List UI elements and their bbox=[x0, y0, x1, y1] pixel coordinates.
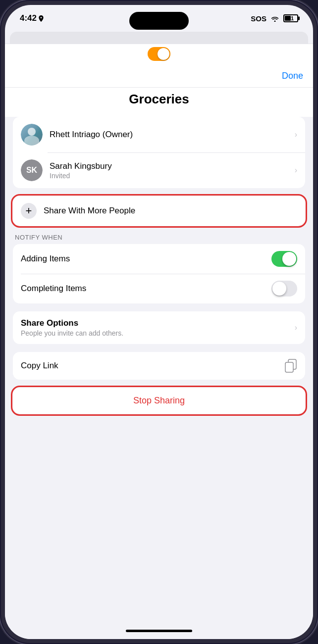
share-more-row[interactable]: + Share With More People bbox=[13, 196, 305, 226]
sarah-info: Sarah Kingsbury Invited bbox=[50, 161, 288, 180]
orange-toggle-peek bbox=[148, 47, 170, 61]
title-area: Groceries bbox=[5, 88, 313, 117]
sheet-container: Done Groceries Rhett Intriago (Owner) bbox=[5, 32, 313, 622]
adding-items-label: Adding Items bbox=[21, 254, 70, 264]
share-options-chevron: › bbox=[295, 323, 297, 332]
phone-frame: 4:42 SOS 51 bbox=[0, 0, 318, 644]
add-circle-icon: + bbox=[21, 203, 37, 219]
adding-items-thumb bbox=[282, 252, 296, 266]
sarah-status: Invited bbox=[50, 172, 288, 180]
svg-rect-1 bbox=[285, 362, 293, 372]
status-bar: 4:42 SOS 51 bbox=[5, 5, 313, 32]
sarah-name: Sarah Kingsbury bbox=[50, 161, 288, 171]
share-options-subtitle: People you invite can add others. bbox=[21, 329, 295, 337]
owner-avatar bbox=[21, 124, 43, 146]
status-right: SOS 51 bbox=[251, 14, 298, 23]
screen: 4:42 SOS 51 bbox=[5, 5, 313, 639]
wifi-icon bbox=[270, 15, 279, 22]
location-icon bbox=[39, 15, 44, 22]
sos-indicator: SOS bbox=[251, 14, 266, 23]
battery-indicator: 51 bbox=[283, 14, 298, 22]
home-bar bbox=[126, 630, 192, 632]
stop-sharing-section: Stop Sharing bbox=[13, 388, 305, 414]
participants-card: Rhett Intriago (Owner) › SK Sarah Kingsb… bbox=[13, 117, 305, 188]
share-more-text: Share With More People bbox=[44, 206, 135, 216]
completing-items-label: Completing Items bbox=[21, 284, 86, 294]
sheet-title: Groceries bbox=[15, 92, 303, 107]
sarah-avatar-initials: SK bbox=[21, 159, 43, 181]
adding-items-row: Adding Items bbox=[13, 244, 305, 274]
copy-link-icon bbox=[284, 359, 297, 373]
share-options-text: Share Options People you invite can add … bbox=[21, 318, 295, 337]
copy-link-text: Copy Link bbox=[21, 361, 58, 371]
participant-row-owner[interactable]: Rhett Intriago (Owner) › bbox=[13, 117, 305, 152]
notify-section-label: NOTIFY WHEN bbox=[13, 234, 305, 244]
owner-name: Rhett Intriago (Owner) bbox=[50, 130, 288, 140]
sarah-chevron: › bbox=[295, 166, 297, 175]
share-more-section: + Share With More People bbox=[13, 196, 305, 226]
owner-info: Rhett Intriago (Owner) bbox=[50, 130, 288, 140]
stop-sharing-button[interactable]: Stop Sharing bbox=[13, 388, 305, 414]
adding-items-toggle[interactable] bbox=[271, 251, 297, 267]
completing-items-row: Completing Items bbox=[13, 274, 305, 303]
share-options-section: Share Options People you invite can add … bbox=[13, 311, 305, 344]
participant-row-sarah[interactable]: SK Sarah Kingsbury Invited › bbox=[13, 152, 305, 188]
sarah-avatar: SK bbox=[21, 159, 43, 181]
owner-avatar-photo bbox=[21, 124, 43, 146]
copy-link-card: Copy Link bbox=[13, 352, 305, 380]
share-options-card: Share Options People you invite can add … bbox=[13, 311, 305, 344]
time-display: 4:42 bbox=[20, 13, 37, 23]
copy-link-row[interactable]: Copy Link bbox=[13, 352, 305, 380]
completing-items-thumb bbox=[272, 282, 286, 296]
home-indicator bbox=[5, 622, 313, 639]
share-options-title: Share Options bbox=[21, 318, 295, 328]
notify-section: NOTIFY WHEN Adding Items Completing Item… bbox=[13, 234, 305, 303]
share-options-row[interactable]: Share Options People you invite can add … bbox=[13, 311, 305, 344]
completing-items-toggle[interactable] bbox=[271, 281, 297, 297]
battery-level: 51 bbox=[288, 15, 294, 21]
sheet-header: Done bbox=[5, 63, 313, 88]
owner-chevron: › bbox=[295, 130, 297, 139]
participants-section: Rhett Intriago (Owner) › SK Sarah Kingsb… bbox=[13, 117, 305, 188]
status-time: 4:42 bbox=[20, 13, 44, 23]
dynamic-island bbox=[129, 12, 189, 30]
done-button[interactable]: Done bbox=[282, 71, 303, 81]
notify-card: Adding Items Completing Items bbox=[13, 244, 305, 303]
copy-link-section: Copy Link bbox=[13, 352, 305, 380]
